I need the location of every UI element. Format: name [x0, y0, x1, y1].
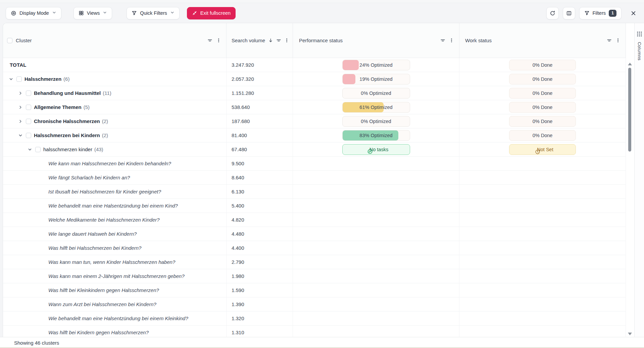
cell-performance-status — [293, 185, 459, 198]
views-button[interactable]: Views — [73, 7, 112, 19]
quick-filters-button[interactable]: Quick Filters — [127, 7, 180, 19]
scroll-up-arrow[interactable] — [628, 63, 632, 65]
chevron-down-icon[interactable] — [8, 76, 14, 82]
row-checkbox[interactable] — [26, 133, 31, 138]
keyword-label: Wie fängt Scharlach bei Kindern an? — [48, 175, 130, 180]
filter-icon[interactable] — [276, 38, 281, 43]
funnel-icon — [132, 10, 137, 16]
vertical-scrollbar[interactable] — [627, 59, 632, 337]
refresh-button[interactable] — [546, 7, 559, 19]
chevron-right-icon[interactable] — [18, 119, 23, 124]
cell-performance-status — [293, 297, 459, 311]
cell-cluster: Was kann man einem 2-Jährigen mit Halssc… — [3, 269, 227, 283]
keyword-row[interactable]: Was kann man tun, wenn Kinder Halsschmer… — [3, 255, 626, 269]
total-row[interactable]: TOTAL3.247.92024% Optimized0% Done — [3, 58, 626, 72]
keyword-row[interactable]: Was hilft bei Kindern gegen Halsschmerze… — [3, 326, 626, 337]
table-header-row: Cluster Search volume Perfo — [3, 23, 626, 58]
work-status-badge[interactable]: 0% Done — [509, 74, 576, 84]
chevron-right-icon[interactable] — [18, 105, 23, 110]
views-label: Views — [87, 10, 100, 16]
keyword-row[interactable]: Wann zum Arzt bei Halsschmerzen bei Kind… — [3, 297, 626, 311]
split-view-button[interactable] — [563, 7, 575, 19]
chevron-down-icon[interactable] — [27, 147, 33, 152]
keyword-label: Was hilft bei Kindern gegen Halsschmerze… — [48, 330, 149, 335]
cell-performance-status: 0% Optimized — [293, 114, 459, 128]
keyword-row[interactable]: Wie fängt Scharlach bei Kindern an?8.640 — [3, 171, 626, 185]
cell-cluster: Wie lange dauert Halsweh bei Kindern? — [3, 227, 227, 241]
cell-performance-status — [293, 199, 459, 213]
keyword-row[interactable]: Wie behandelt man eine Halsentzündung be… — [3, 199, 626, 213]
keyword-label: Ist Ibusaft bei Halsschmerzen für Kinder… — [48, 189, 161, 194]
keyword-row[interactable]: Was kann man einem 2-Jährigen mit Halssc… — [3, 269, 626, 283]
keyword-row[interactable]: Wie kann man Halsschmerzen bei Kindern b… — [3, 157, 626, 171]
close-button[interactable] — [628, 7, 638, 19]
work-status-badge[interactable]: 0% Done — [509, 102, 576, 113]
keyword-row[interactable]: Welche Medikamente bei Halsschmerzen Kin… — [3, 213, 626, 227]
perf-progress-badge[interactable]: 61% Optimized — [342, 102, 410, 113]
cluster-row[interactable]: Behandlung und Hausmittel(11)1.151.2800%… — [3, 86, 626, 100]
row-checkbox[interactable] — [26, 105, 31, 110]
chevron-right-icon[interactable] — [18, 91, 23, 96]
cluster-count: (43) — [94, 147, 103, 152]
kebab-menu-icon[interactable] — [216, 38, 221, 43]
columns-side-tab[interactable]: Columns — [634, 23, 644, 337]
cell-cluster: Halsschmerzen(6) — [3, 72, 227, 86]
refresh-icon — [550, 10, 555, 16]
cluster-label: Behandlung und Hausmittel — [34, 90, 101, 96]
kebab-menu-icon[interactable] — [615, 38, 621, 43]
scroll-down-arrow[interactable] — [628, 333, 632, 335]
cell-performance-status — [293, 227, 459, 241]
keyword-row[interactable]: Wie lange dauert Halsweh bei Kindern?4.4… — [3, 227, 626, 241]
row-checkbox[interactable] — [35, 147, 41, 152]
kebab-menu-icon[interactable] — [449, 38, 454, 43]
cell-cluster: Was hilft bei Kindern gegen Halsschmerze… — [3, 326, 227, 337]
perf-progress-badge[interactable]: 0% Optimized — [342, 88, 410, 99]
keyword-row[interactable]: Wie behandelt man eine Halsentzündung be… — [3, 311, 626, 326]
exit-fullscreen-button[interactable]: Exit fullscreen — [187, 7, 236, 19]
kebab-menu-icon[interactable] — [284, 38, 289, 43]
cluster-row[interactable]: halsschmerzen kinder(43)67.480No tasksNo… — [3, 142, 626, 157]
keyword-row[interactable]: Was hilft bei Kleinkindern gegen Halssch… — [3, 283, 626, 297]
cluster-row[interactable]: Halsschmerzen(6)2.057.32019% Optimized0%… — [3, 72, 626, 86]
cluster-count: (5) — [84, 104, 90, 110]
keyword-row[interactable]: Was hilft bei Halsschmerzen bei Kindern?… — [3, 241, 626, 255]
filter-icon[interactable] — [440, 38, 445, 43]
cell-work-status — [459, 297, 626, 311]
filter-icon[interactable] — [607, 38, 612, 43]
cell-search-volume: 1.590 — [227, 283, 293, 297]
scrollbar-thumb[interactable] — [628, 68, 631, 152]
keyword-row[interactable]: Ist Ibusaft bei Halsschmerzen für Kinder… — [3, 185, 626, 199]
keyword-label: Wann zum Arzt bei Halsschmerzen bei Kind… — [48, 301, 156, 307]
keyword-label: Wie behandelt man eine Halsentzündung be… — [48, 315, 188, 321]
performance-header-label: Performance status — [299, 38, 343, 43]
select-all-checkbox[interactable] — [7, 38, 12, 43]
cell-work-status — [459, 241, 626, 255]
perf-progress-badge[interactable]: 24% Optimized — [342, 60, 410, 70]
sort-descending-icon[interactable] — [268, 38, 273, 43]
work-status-badge[interactable]: 0% Done — [509, 130, 576, 141]
work-status-badge[interactable]: 0% Done — [509, 116, 576, 127]
row-checkbox[interactable] — [16, 76, 22, 82]
cluster-row[interactable]: Chronische Halsschmerzen(2)187.6800% Opt… — [3, 114, 626, 128]
cell-performance-status: 19% Optimized — [293, 72, 459, 86]
filter-icon[interactable] — [207, 38, 212, 43]
row-checkbox[interactable] — [26, 119, 31, 124]
perf-progress-badge[interactable]: 83% Optimized — [342, 130, 410, 141]
cluster-row[interactable]: Allgemeine Themen(5)538.64061% Optimized… — [3, 100, 626, 114]
cell-work-status: 0% Done — [459, 114, 626, 128]
work-status-badge[interactable]: Not Set — [509, 144, 576, 155]
row-checkbox[interactable] — [26, 91, 31, 96]
chevron-down-icon[interactable] — [18, 133, 23, 138]
cluster-row[interactable]: Halsschmerzen bei Kindern(2)81.40083% Op… — [3, 128, 626, 142]
cluster-count: (6) — [63, 76, 69, 82]
chevron-down-icon — [52, 10, 56, 16]
display-mode-button[interactable]: Display Mode — [6, 7, 61, 19]
cell-work-status — [459, 157, 626, 170]
work-status-badge[interactable]: 0% Done — [509, 60, 576, 70]
filters-button[interactable]: Filters 1 — [579, 7, 622, 19]
perf-status-badge[interactable]: No tasks — [342, 144, 410, 155]
toolbar-right-group: Filters 1 — [546, 7, 638, 19]
perf-progress-badge[interactable]: 0% Optimized — [342, 116, 410, 127]
perf-progress-badge[interactable]: 19% Optimized — [342, 74, 410, 84]
work-status-badge[interactable]: 0% Done — [509, 88, 576, 99]
